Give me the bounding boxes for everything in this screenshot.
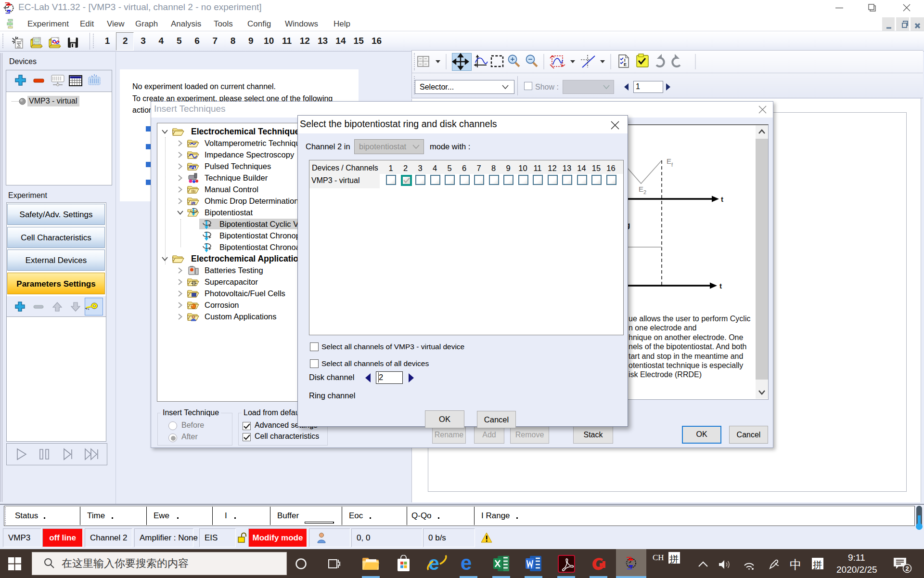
svg-text:t: t (721, 195, 723, 203)
svg-text:2: 2 (643, 189, 646, 195)
svg-text:f: f (671, 162, 673, 168)
svg-text:iR: iR (191, 201, 196, 206)
svg-text:E: E (639, 185, 643, 193)
svg-text:t: t (719, 282, 722, 290)
svg-text:2: 2 (906, 565, 909, 572)
svg-text:E: E (624, 62, 627, 67)
svg-text:E: E (667, 157, 671, 165)
